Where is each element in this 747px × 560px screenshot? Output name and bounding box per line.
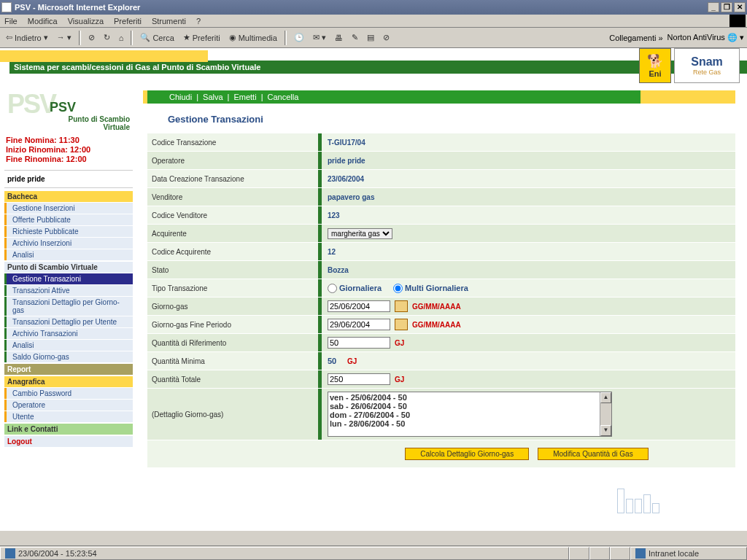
history-button[interactable]: 🕒 [291,31,307,44]
calendar-icon[interactable] [395,319,408,330]
nav-analisi-psv[interactable]: Analisi [4,340,133,351]
value-codice: T-GIU17/04 [318,133,735,151]
nav-trans-dett-giorno[interactable]: Transazioni Dettaglio per Giorno-gas [4,297,133,316]
label-dettaglio: (Dettaglio Giorno-gas) [147,389,318,440]
action-chiudi[interactable]: Chiudi [169,93,192,101]
ie-status-icon [5,548,15,559]
nav-header-bacheca[interactable]: Bacheca [4,191,133,202]
value-data: 23/06/2004 [318,170,735,187]
zone-icon [635,548,646,559]
nav-analisi-bacheca[interactable]: Analisi [4,249,133,260]
nav-gestione-inserzioni[interactable]: Gestione Inserzioni [4,203,133,214]
research-button[interactable]: ⊘ [380,31,392,44]
label-cod-acquirente: Codice Acquirente [147,248,318,256]
minimize-button[interactable]: _ [708,2,719,12]
label-quantita-min: Quantità Minima [147,357,318,365]
scrollbar[interactable]: ▲▼ [600,392,611,436]
label-data: Data Creazione Transazione [147,175,318,183]
mail-button[interactable]: ✉ ▾ [310,31,329,44]
menu-view[interactable]: Visualizza [68,17,104,26]
favorites-button[interactable]: ★ Preferiti [180,31,223,44]
date-hint: GG/MM/AAAA [412,303,461,311]
nav-cambio-password[interactable]: Cambio Password [4,388,133,399]
links-label[interactable]: Collegamenti » [609,34,662,42]
discuss-button[interactable]: ▤ [364,31,377,44]
date-hint: GG/MM/AAAA [412,321,461,329]
radio-giornaliera[interactable]: Giornaliera [328,284,382,293]
status-bar: 23/06/2004 - 15:23:54 Intranet locale [0,545,747,560]
transaction-form: Codice TransazioneT-GIU17/04 Operatorepr… [147,133,735,467]
select-acquirente[interactable]: margherita gas [328,228,392,239]
banner-title: Sistema per scambi/cessioni di Gas al Pu… [9,61,747,74]
label-quantita-rif: Quantità di Riferimento [147,339,318,347]
input-quantita-rif[interactable] [328,337,390,349]
label-acquirente: Acquirente [147,230,318,238]
ie-throbber-icon [729,15,746,27]
calcola-button[interactable]: Calcola Dettaglio Giorno-gas [405,448,529,460]
modifica-button[interactable]: Modifica Quantità di Gas [538,448,649,460]
nav-trans-dett-utente[interactable]: Transazioni Dettaglio per Utente [4,316,133,327]
action-cancella[interactable]: Cancella [267,93,298,101]
restore-button[interactable]: ❐ [721,2,732,12]
forward-button[interactable]: → ▾ [54,31,74,44]
sidebar: PSVPSV Punto di Scambio Virtuale Fine No… [4,90,133,467]
calendar-icon[interactable] [395,300,408,312]
banner-yellow-tab [0,50,208,62]
menu-tools[interactable]: Strumenti [152,17,186,26]
ie-icon [1,2,12,12]
dettaglio-listbox[interactable]: ven - 25/06/2004 - 50sab - 26/06/2004 - … [328,392,612,437]
label-codice: Codice Transazione [147,139,318,147]
action-emetti[interactable]: Emetti [233,93,256,101]
refresh-button[interactable]: ↻ [101,31,113,44]
label-operatore: Operatore [147,157,318,165]
value-operatore: pride pride [318,152,735,169]
nav-gestione-transazioni[interactable]: Gestione Transazioni [4,273,133,284]
nav-header-psv[interactable]: Punto di Scambio Virtuale [4,262,133,273]
edit-button[interactable]: ✎ [349,31,361,44]
media-button[interactable]: ◉ Multimedia [226,31,280,44]
action-bar: Chiudi | Salva | Emetti | Cancella [147,90,735,104]
nav-header-report[interactable]: Report [4,364,133,375]
value-quantita-min: 50 [328,357,336,365]
nav-saldo-giorno-gas[interactable]: Saldo Giorno-gas [4,351,133,362]
input-giorno-gas[interactable] [328,300,390,312]
menu-file[interactable]: File [4,17,18,26]
menu-favorites[interactable]: Preferiti [114,17,142,26]
input-quantita-tot[interactable] [328,373,390,385]
page-content: Sistema per scambi/cessioni di Gas al Pu… [0,48,747,531]
deadline-info: Fine Nomina: 11:30Inizio Rinomina: 12:00… [4,133,133,167]
nav-transazioni-attive[interactable]: Transazioni Attive [4,285,133,296]
snam-logo: SnamRete Gas [674,48,740,83]
nav-offerte-pubblicate[interactable]: Offerte Pubblicate [4,214,133,225]
nav-richieste-pubblicate[interactable]: Richieste Pubblicate [4,226,133,237]
home-button[interactable]: ⌂ [116,32,127,44]
menu-help[interactable]: ? [196,17,201,26]
close-button[interactable]: ✕ [734,2,746,12]
status-time: 23/06/2004 - 15:23:54 [18,549,97,558]
value-cod-venditore: 123 [318,206,735,224]
menu-edit[interactable]: Modifica [28,17,58,26]
nav-utente[interactable]: Utente [4,411,133,422]
print-button[interactable]: 🖶 [332,32,346,44]
nav-operatore[interactable]: Operatore [4,400,133,411]
action-salva[interactable]: Salva [203,93,223,101]
search-button[interactable]: 🔍 Cerca [137,31,177,44]
back-button[interactable]: ⇦ Indietro ▾ [3,31,51,44]
nav-header-link[interactable]: Link e Contatti [4,424,133,435]
nav-logout[interactable]: Logout [4,436,133,447]
value-cod-acquirente: 12 [318,243,735,260]
stop-button[interactable]: ⊘ [85,31,98,44]
label-giorno-gas-fine: Giorno-gas Fine Periodo [147,321,318,329]
norton-label[interactable]: Norton AntiVirus 🌐 ▾ [667,33,744,42]
nav-archivio-transazioni[interactable]: Archivio Transazioni [4,328,133,339]
input-giorno-gas-fine[interactable] [328,319,390,330]
nav-archivio-inserzioni[interactable]: Archivio Inserzioni [4,238,133,249]
scroll-down-icon: ▼ [600,425,611,436]
label-giorno-gas: Giorno-gas [147,303,318,311]
label-stato: Stato [147,266,318,274]
nav-header-anagrafica[interactable]: Anagrafica [4,376,133,387]
menu-bar: File Modifica Visualizza Preferiti Strum… [0,15,747,28]
current-user: pride pride [4,170,133,188]
radio-multi-giornaliera[interactable]: Multi Giornaliera [393,284,468,293]
window-titlebar: PSV - Microsoft Internet Explorer _ ❐ ✕ [0,0,747,15]
